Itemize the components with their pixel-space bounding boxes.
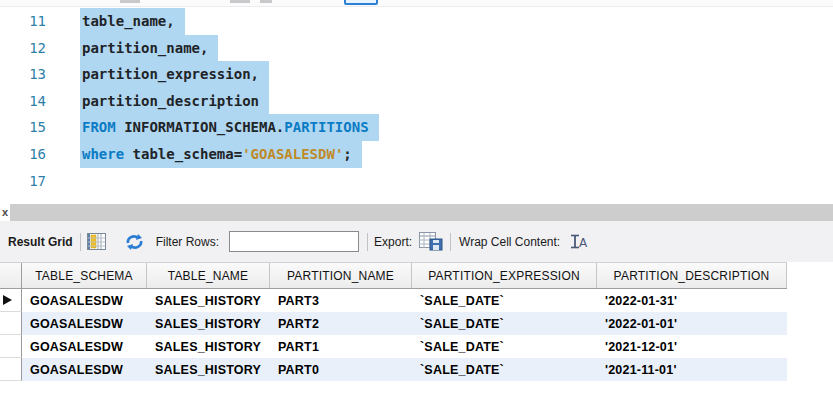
code-line[interactable]: 16where table_schema='GOASALESDW'; [0, 141, 833, 168]
token-str: 'GOASALESDW' [242, 146, 343, 162]
result-grid-body: GOASALESDWSALES_HISTORYPART3`SALE_DATE`'… [0, 289, 787, 381]
code-text[interactable]: FROM INFORMATION_SCHEMA.PARTITIONS [80, 114, 379, 141]
token-id: table_schema= [124, 146, 242, 162]
column-header-partition_description[interactable]: PARTITION_DESCRIPTION [597, 263, 787, 288]
token-id: INFORMATION_SCHEMA. [116, 119, 285, 135]
table-cell[interactable]: `SALE_DATE` [412, 335, 597, 358]
line-number: 14 [0, 88, 46, 115]
filter-rows-label: Filter Rows: [156, 235, 219, 249]
wrap-cell-content-label: Wrap Cell Content: [459, 235, 560, 249]
token-kw: PARTITIONS [284, 119, 368, 135]
token-id: partition_name, [82, 40, 208, 56]
line-number: 13 [0, 61, 46, 88]
code-line[interactable]: 11table_name, [0, 8, 833, 35]
row-selector[interactable] [0, 358, 22, 381]
active-toolbar-button[interactable] [344, 0, 378, 5]
grid-view-icon[interactable] [87, 233, 106, 250]
svg-text:A: A [579, 236, 588, 249]
table-cell[interactable]: GOASALESDW [22, 312, 147, 335]
row-selector[interactable] [0, 335, 22, 358]
table-cell[interactable]: PART0 [270, 358, 412, 381]
table-cell[interactable]: PART2 [270, 312, 412, 335]
toolbar-fragment [120, 0, 140, 3]
table-cell[interactable]: PART3 [270, 289, 412, 312]
row-selector-header [0, 263, 22, 288]
table-cell[interactable]: SALES_HISTORY [147, 358, 270, 381]
sql-editor[interactable]: 11table_name,12partition_name,13partitio… [0, 8, 833, 205]
column-header-table_name[interactable]: TABLE_NAME [147, 263, 270, 288]
code-text[interactable]: table_name, [80, 8, 185, 35]
export-label: Export: [374, 235, 412, 249]
line-number: 11 [0, 8, 46, 35]
line-number: 16 [0, 141, 46, 168]
table-cell[interactable]: `SALE_DATE` [412, 289, 597, 312]
table-row: GOASALESDWSALES_HISTORYPART2`SALE_DATE`'… [0, 312, 787, 335]
table-cell[interactable]: SALES_HISTORY [147, 335, 270, 358]
result-grid-toolbar: Result Grid Filter Rows: Export: [0, 221, 833, 262]
table-row: GOASALESDWSALES_HISTORYPART1`SALE_DATE`'… [0, 335, 787, 358]
code-text[interactable]: partition_name, [80, 35, 218, 62]
table-cell[interactable]: GOASALESDW [22, 289, 147, 312]
table-row: GOASALESDWSALES_HISTORYPART3`SALE_DATE`'… [0, 289, 787, 312]
table-cell[interactable]: SALES_HISTORY [147, 312, 270, 335]
toolbar-fragment [260, 0, 272, 3]
code-text[interactable]: partition_expression, [80, 61, 269, 88]
table-cell[interactable]: PART1 [270, 335, 412, 358]
code-text[interactable]: where table_schema='GOASALESDW'; [80, 141, 362, 168]
panel-splitter-bar[interactable] [10, 204, 833, 221]
wrap-cell-icon[interactable]: A [570, 234, 590, 249]
line-number: 15 [0, 114, 46, 141]
code-line[interactable]: 17 [0, 168, 833, 195]
token-kw: FROM [82, 119, 116, 135]
code-line[interactable]: 14partition_description [0, 88, 833, 115]
column-header-partition_name[interactable]: PARTITION_NAME [270, 263, 412, 288]
code-line[interactable]: 12partition_name, [0, 35, 833, 62]
line-number: 12 [0, 35, 46, 62]
token-kw: where [82, 146, 124, 162]
table-cell[interactable]: GOASALESDW [22, 335, 147, 358]
row-selector[interactable] [0, 312, 22, 335]
table-cell[interactable]: GOASALESDW [22, 358, 147, 381]
table-cell[interactable]: '2021-12-01' [597, 335, 787, 358]
cropped-toolbar-strip [0, 0, 833, 7]
code-text[interactable]: partition_description [80, 88, 269, 115]
table-cell[interactable]: '2022-01-31' [597, 289, 787, 312]
table-cell[interactable]: `SALE_DATE` [412, 358, 597, 381]
export-save-icon[interactable] [419, 232, 443, 251]
code-line[interactable]: 13partition_expression, [0, 61, 833, 88]
column-header-table_schema[interactable]: TABLE_SCHEMA [22, 263, 147, 288]
filter-rows-input[interactable] [229, 231, 359, 252]
result-grid-title: Result Grid [8, 235, 73, 249]
code-line[interactable]: 15FROM INFORMATION_SCHEMA.PARTITIONS [0, 114, 833, 141]
table-cell[interactable]: `SALE_DATE` [412, 312, 597, 335]
separator [80, 233, 81, 251]
result-grid-header: TABLE_SCHEMATABLE_NAMEPARTITION_NAMEPART… [0, 262, 787, 289]
table-row: GOASALESDWSALES_HISTORYPART0`SALE_DATE`'… [0, 358, 787, 381]
line-number: 17 [0, 168, 46, 195]
table-cell[interactable]: '2022-01-01' [597, 312, 787, 335]
separator [450, 233, 451, 251]
separator [367, 233, 368, 251]
table-cell[interactable]: '2021-11-01' [597, 358, 787, 381]
row-selector[interactable] [0, 289, 22, 312]
toolbar-fragment [230, 0, 250, 3]
token-id: partition_description [82, 93, 259, 109]
table-cell[interactable]: SALES_HISTORY [147, 289, 270, 312]
current-row-arrow-icon [3, 295, 12, 305]
result-grid-table: TABLE_SCHEMATABLE_NAMEPARTITION_NAMEPART… [0, 262, 787, 381]
token-id: table_name, [82, 13, 175, 29]
column-header-partition_expression[interactable]: PARTITION_EXPRESSION [412, 263, 597, 288]
token-id: partition_expression, [82, 66, 259, 82]
token-id: ; [343, 146, 351, 162]
close-panel-button[interactable]: x [0, 204, 10, 221]
refresh-icon[interactable] [126, 234, 143, 250]
